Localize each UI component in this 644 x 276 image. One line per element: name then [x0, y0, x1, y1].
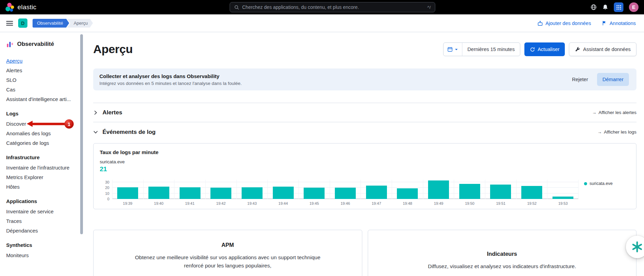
dismiss-button[interactable]: Rejeter: [572, 77, 588, 82]
sidebar-item-assistant-d-intelligence-arti[interactable]: Assistant d'intelligence arti...: [6, 96, 77, 102]
search-placeholder: Cherchez des applications, du contenu, e…: [242, 4, 424, 10]
sidebar-item-inventaire-de-l-infrastructure[interactable]: Inventaire de l'infrastructure: [6, 164, 77, 171]
data-assistant-button[interactable]: Assistant de données: [569, 42, 636, 56]
breadcrumb-overview[interactable]: Aperçu: [67, 19, 93, 28]
show-alerts-label: Afficher les alertes: [598, 110, 636, 115]
sidebar-item-inventaire-de-service[interactable]: Inventaire de service: [6, 208, 77, 215]
chart-bar-19:46[interactable]: [335, 188, 356, 199]
sidebar-item-metrics-explorer[interactable]: Metrics Explorer: [6, 174, 77, 180]
chart-current-value: 21: [100, 165, 630, 173]
y-tick-label: 20: [105, 186, 109, 190]
chart-slot: [236, 180, 268, 199]
search-icon: [234, 5, 239, 10]
sidebar-scrollbar-thumb[interactable]: [80, 34, 83, 234]
sidebar-item-traces[interactable]: Traces: [6, 218, 77, 224]
sidebar-nav: AperçuAlertesSLOCasAssistant d'intellige…: [6, 58, 77, 259]
chart-bar-19:42[interactable]: [210, 188, 231, 199]
chart-slot: [423, 180, 454, 199]
alerts-accordion-header[interactable]: Alertes → Afficher les alertes: [93, 103, 636, 122]
legend-dot-icon: [584, 182, 587, 185]
y-tick-label: 10: [105, 191, 109, 196]
global-search-input[interactable]: Cherchez des applications, du contenu, e…: [230, 2, 435, 12]
date-range-button[interactable]: Dernières 15 minutes: [462, 43, 520, 56]
breadcrumb-bar: D Observabilité Aperçu Ajouter des donné…: [0, 14, 644, 32]
show-logs-link[interactable]: → Afficher les logs: [597, 129, 636, 135]
x-tick-label: 19:45: [299, 201, 330, 205]
sidebar-item-discover[interactable]: Discover1: [6, 121, 77, 127]
globe-icon[interactable]: [591, 4, 597, 10]
chart-body: 3020100 19:3919:4019:4119:4219:4319:4419…: [100, 180, 630, 205]
log-events-accordion-header[interactable]: Événements de log → Afficher les logs: [93, 122, 636, 142]
chart-bar-19:51[interactable]: [490, 185, 511, 199]
sidebar-item-anomalies-des-logs[interactable]: Anomalies des logs: [6, 130, 77, 137]
chart-bar-19:48[interactable]: [397, 188, 418, 199]
menu-hamburger-icon[interactable]: [6, 20, 13, 27]
log-events-section-title: Événements de log: [102, 129, 156, 136]
main-content: Aperçu Dernières 15 minutes: [84, 32, 644, 276]
apm-card-title: APM: [94, 242, 362, 248]
chevron-down-icon: [93, 130, 98, 135]
metrics-card-body: Diffusez, visualisez et analysez vos ind…: [406, 262, 598, 271]
chart-slot: [174, 180, 205, 199]
chart-bars: [112, 180, 579, 199]
sidebar-scrollbar[interactable]: [80, 32, 84, 276]
start-button[interactable]: Démarrer: [597, 73, 629, 86]
add-data-button[interactable]: Ajouter des données: [537, 21, 591, 26]
sidebar-item-categories-de-logs[interactable]: Catégories de logs: [6, 140, 77, 146]
chart-bar-19:53[interactable]: [552, 197, 573, 199]
feature-cards: APM Obtenez une meilleure visibilité sur…: [93, 230, 636, 276]
search-shortcut-hint: ^/: [427, 5, 431, 10]
user-avatar[interactable]: E: [629, 2, 639, 12]
chart-bar-19:39[interactable]: [117, 187, 138, 199]
chart-bar-19:44[interactable]: [273, 187, 294, 199]
sidebar-item-apercu[interactable]: Aperçu: [6, 58, 77, 64]
x-tick-label: 19:47: [361, 201, 392, 205]
assistant-label: Assistant de données: [583, 47, 631, 52]
refresh-label: Actualiser: [538, 47, 560, 52]
sidebar-item-dependances[interactable]: Dépendances: [6, 227, 77, 234]
sidebar-item-hotes[interactable]: Hôtes: [6, 184, 77, 190]
elastic-brand[interactable]: elastic: [5, 3, 81, 12]
sidebar-section-applications: Applications: [6, 198, 77, 204]
sidebar-item-slo[interactable]: SLO: [6, 77, 77, 83]
page-controls: Dernières 15 minutes Actualiser Assistan…: [443, 42, 636, 56]
sidebar-section-infrastructure: Infrastructure: [6, 154, 77, 160]
sidebar-header: Observabilité: [6, 40, 77, 48]
chart-slot: [485, 180, 516, 199]
breadcrumb-observability[interactable]: Observabilité: [33, 19, 69, 28]
chart-bar-19:40[interactable]: [148, 187, 169, 199]
chevron-down-icon: [454, 48, 458, 51]
chart-slot: [112, 180, 143, 199]
sidebar-item-moniteurs[interactable]: Moniteurs: [6, 252, 77, 259]
chart-legend[interactable]: suricata.eve: [579, 181, 630, 186]
show-alerts-link[interactable]: → Afficher les alertes: [592, 110, 636, 115]
calendar-icon: [447, 47, 453, 52]
notifications-bell-icon[interactable]: [602, 4, 608, 10]
sidebar-item-cas[interactable]: Cas: [6, 86, 77, 93]
arrow-right-icon: →: [597, 129, 602, 135]
apm-card[interactable]: APM Obtenez une meilleure visibilité sur…: [93, 230, 362, 276]
logs-callout-banner: Collecter et analyser des logs dans Obse…: [93, 68, 636, 90]
chart-bar-19:49[interactable]: [428, 180, 449, 199]
chart-bar-19:50[interactable]: [459, 184, 480, 199]
refresh-button[interactable]: Actualiser: [524, 42, 565, 56]
sidebar-item-alertes[interactable]: Alertes: [6, 67, 77, 74]
metrics-card[interactable]: Indicateurs Diffusez, visualisez et anal…: [368, 230, 637, 276]
annotations-button[interactable]: Annotations: [602, 21, 636, 26]
chart-bar-19:45[interactable]: [304, 188, 325, 199]
banner-actions: Rejeter Démarrer: [572, 73, 630, 86]
chart-slot: [454, 180, 485, 199]
refresh-icon: [530, 47, 535, 52]
x-tick-label: 19:44: [268, 201, 299, 205]
chart-plot: [112, 180, 579, 199]
chart-slot: [267, 180, 299, 199]
chart-bar-19:43[interactable]: [242, 187, 263, 199]
chart-slot: [392, 180, 423, 199]
apps-grid-button[interactable]: [614, 2, 623, 12]
chart-bar-19:41[interactable]: [180, 187, 201, 199]
date-quick-select-button[interactable]: [443, 43, 462, 56]
chart-bar-19:47[interactable]: [366, 186, 387, 199]
chart-plot-column: 19:3919:4019:4119:4219:4319:4419:4519:46…: [112, 180, 579, 205]
chart-bar-19:52[interactable]: [521, 186, 542, 199]
space-badge[interactable]: D: [18, 18, 27, 28]
